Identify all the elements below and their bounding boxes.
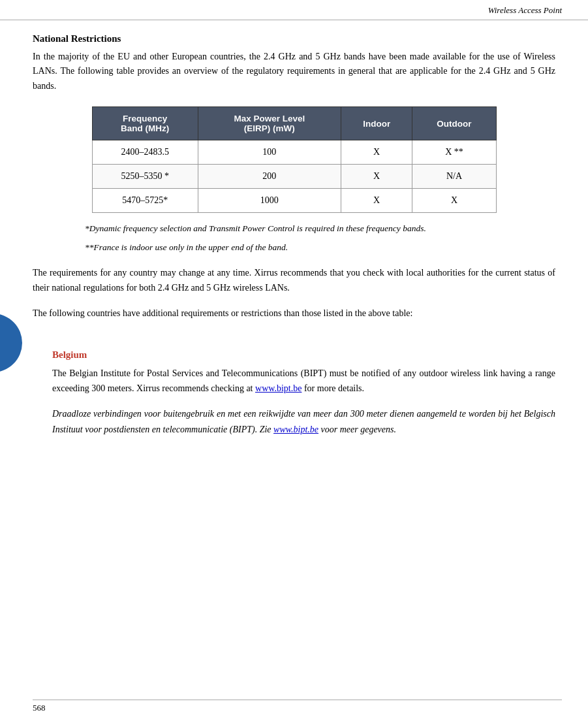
belgium-text-1-end: for more details. [302, 383, 364, 393]
belgium-section: Belgium The Belgian Institute for Postal… [52, 349, 555, 436]
table-cell: 2400–2483.5 [92, 140, 198, 165]
belgium-italic-end: voor meer gegevens. [318, 425, 396, 434]
bipt-link-2[interactable]: www.bipt.be [273, 425, 318, 434]
table-header-row: FrequencyBand (MHz) Max Power Level(EIRP… [92, 107, 496, 140]
footnote-2: **France is indoor use only in the upper… [85, 241, 529, 255]
col-header-indoor: Indoor [341, 107, 412, 140]
table-body: 2400–2483.5100XX **5250–5350 *200XN/A547… [92, 140, 496, 213]
belgium-italic-para: Draadloze verbindingen voor buitengebrui… [52, 406, 555, 436]
table-cell: 200 [198, 165, 341, 189]
header-title: Wireless Access Point [488, 5, 562, 15]
body-paragraph-1: The requirements for any country may cha… [33, 265, 555, 295]
belgium-para-1: The Belgian Institute for Postal Service… [52, 366, 555, 396]
table-row: 5470–5725*1000XX [92, 189, 496, 213]
table-cell: 5470–5725* [92, 189, 198, 213]
col-header-frequency: FrequencyBand (MHz) [92, 107, 198, 140]
table-cell: N/A [412, 165, 496, 189]
table-cell: X ** [412, 140, 496, 165]
col-header-power: Max Power Level(EIRP) (mW) [198, 107, 341, 140]
page-content: National Restrictions In the majority of… [0, 20, 588, 470]
table-cell: X [341, 165, 412, 189]
frequency-table-wrapper: FrequencyBand (MHz) Max Power Level(EIRP… [33, 106, 555, 213]
belgium-heading: Belgium [52, 349, 555, 361]
table-cell: X [341, 189, 412, 213]
footnotes-block: *Dynamic frequency selection and Transmi… [85, 222, 529, 255]
page-footer: 568 [33, 700, 562, 713]
col-header-outdoor: Outdoor [412, 107, 496, 140]
footnote-1: *Dynamic frequency selection and Transmi… [85, 222, 529, 236]
intro-paragraph: In the majority of the EU and other Euro… [33, 50, 555, 93]
table-row: 2400–2483.5100XX ** [92, 140, 496, 165]
table-cell: X [412, 189, 496, 213]
body-paragraph-2: The following countries have additional … [33, 306, 555, 321]
bipt-link-1[interactable]: www.bipt.be [255, 383, 302, 393]
table-row: 5250–5350 *200XN/A [92, 165, 496, 189]
page-header: Wireless Access Point [0, 0, 588, 20]
table-cell: X [341, 140, 412, 165]
section-title: National Restrictions [33, 33, 555, 44]
table-cell: 100 [198, 140, 341, 165]
frequency-table: FrequencyBand (MHz) Max Power Level(EIRP… [92, 106, 497, 213]
table-cell: 1000 [198, 189, 341, 213]
table-cell: 5250–5350 * [92, 165, 198, 189]
page-number: 568 [33, 703, 46, 713]
